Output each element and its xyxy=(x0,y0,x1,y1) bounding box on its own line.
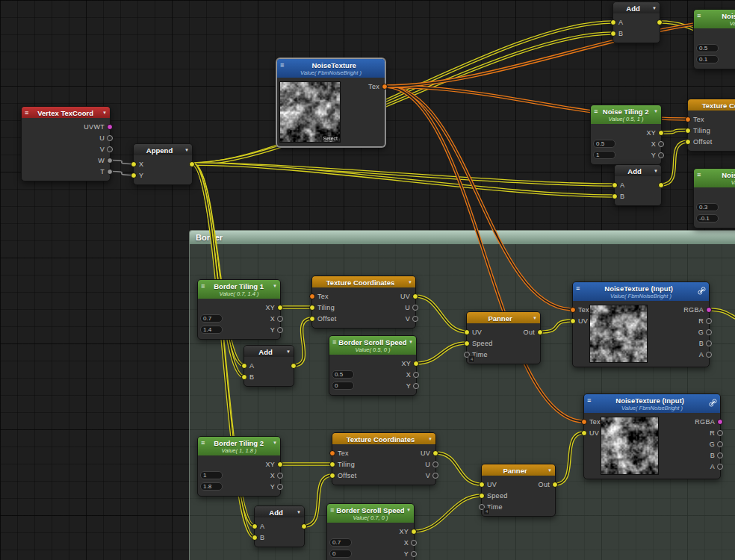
chevron-down-icon[interactable]: ▼ xyxy=(184,148,189,152)
node-header[interactable]: ≡Noise Tiling 2▼Value( 0.5, 1 ) xyxy=(591,105,661,124)
chevron-down-icon[interactable]: ▼ xyxy=(273,284,277,288)
link-icon[interactable] xyxy=(698,284,706,293)
node-header[interactable]: ≡NoiseTextureValue( FbmNoiseBright ) xyxy=(277,59,385,78)
menu-icon[interactable]: ≡ xyxy=(587,397,591,404)
port-dot-UV[interactable] xyxy=(570,318,576,324)
port-dot-A[interactable] xyxy=(706,352,712,358)
port-dot-V[interactable] xyxy=(432,473,438,479)
port-dot-Y[interactable] xyxy=(658,152,664,158)
value-field[interactable]: 0 xyxy=(332,382,354,390)
node-append[interactable]: Append▼XY xyxy=(133,143,193,185)
port-dot-XY[interactable] xyxy=(277,305,283,311)
node-add-b1[interactable]: Add▼AB xyxy=(244,345,294,387)
chevron-down-icon[interactable]: ▼ xyxy=(406,508,411,512)
chevron-down-icon[interactable]: ▼ xyxy=(102,111,107,115)
port-dot-T[interactable] xyxy=(107,169,113,175)
value-field[interactable]: 1 xyxy=(200,471,223,479)
port-dot-Tiling[interactable] xyxy=(329,461,335,467)
port-dot-out[interactable] xyxy=(291,363,297,369)
port-dot-Offset[interactable] xyxy=(309,316,315,322)
value-field[interactable]: 0.5 xyxy=(332,370,354,379)
chevron-down-icon[interactable]: ▼ xyxy=(297,510,301,514)
value-field[interactable]: 0.5 xyxy=(696,44,719,52)
port-dot-B[interactable] xyxy=(612,193,618,199)
port-dot-B[interactable] xyxy=(610,31,616,37)
port-dot-B[interactable] xyxy=(717,452,723,458)
port-dot-Tex[interactable] xyxy=(309,293,315,299)
port-dot-Tex[interactable] xyxy=(685,116,691,122)
chevron-down-icon[interactable]: ▼ xyxy=(548,468,552,473)
node-nt-input-2[interactable]: ≡NoiseTexture (Input)Value( FbmNoiseBrig… xyxy=(583,393,721,479)
port-dot-RGBA[interactable] xyxy=(717,419,723,425)
menu-icon[interactable]: ≡ xyxy=(697,172,701,178)
port-dot-Tiling[interactable] xyxy=(309,305,315,311)
node-add-mid[interactable]: Add▼AB xyxy=(614,164,662,206)
port-dot-Speed[interactable] xyxy=(464,340,470,346)
menu-icon[interactable]: ≡ xyxy=(697,13,701,19)
port-dot-W[interactable] xyxy=(107,158,113,164)
port-dot-R[interactable] xyxy=(706,318,712,324)
port-dot-G[interactable] xyxy=(717,441,723,447)
node-border-scroll-2[interactable]: ≡Border Scroll Speed 2▼Value( 0.7, 0 )0.… xyxy=(326,503,415,560)
menu-icon[interactable]: ≡ xyxy=(201,283,205,290)
port-dot-UVWT[interactable] xyxy=(107,124,113,130)
node-header[interactable]: Panner▼ xyxy=(482,464,555,476)
value-field[interactable]: 0.3 xyxy=(696,203,719,211)
port-dot-A[interactable] xyxy=(610,19,616,25)
port-dot-Speed[interactable] xyxy=(479,493,485,499)
node-header[interactable]: Texture Coordinates▼ xyxy=(312,276,415,287)
node-header[interactable]: ≡Border Tiling 2▼Value( 1, 1.8 ) xyxy=(198,437,280,455)
value-field[interactable]: 0.5 xyxy=(593,140,615,148)
port-dot-A[interactable] xyxy=(717,464,723,470)
chevron-down-icon[interactable]: ▼ xyxy=(654,169,658,173)
node-header[interactable]: ≡Border Scroll Speed 2▼Value( 0.7, 0 ) xyxy=(327,504,414,523)
node-nt-input-1[interactable]: ≡NoiseTexture (Input)Value( FbmNoiseBrig… xyxy=(572,281,710,367)
value-field[interactable]: -0.1 xyxy=(696,214,719,223)
port-dot-B[interactable] xyxy=(252,535,258,541)
port-dot-Out[interactable] xyxy=(537,329,543,335)
node-header[interactable]: ≡Border Scroll Speed 1▼Value( 0.5, 0 ) xyxy=(329,336,416,355)
port-dot-UV[interactable] xyxy=(464,329,470,335)
value-field[interactable]: 1.4 xyxy=(200,326,223,334)
port-dot-Offset[interactable] xyxy=(685,139,691,145)
port-dot-Tiling[interactable] xyxy=(685,128,691,134)
port-dot-X[interactable] xyxy=(131,161,137,167)
port-dot-Y[interactable] xyxy=(411,551,417,557)
node-header[interactable]: Add▼ xyxy=(244,346,294,357)
chevron-down-icon[interactable]: ▼ xyxy=(652,6,657,10)
port-dot-U[interactable] xyxy=(107,135,113,141)
node-header[interactable]: ≡NoiseTexture (Input)Value( FbmNoiseBrig… xyxy=(584,394,720,413)
node-border-tiling-2[interactable]: ≡Border Tiling 2▼Value( 1, 1.8 )11.8XYXY xyxy=(197,436,281,497)
port-dot-out[interactable] xyxy=(657,19,663,25)
port-dot-UV[interactable] xyxy=(432,450,438,456)
port-dot-Tex[interactable] xyxy=(329,450,335,456)
node-texcoords-right[interactable]: Texture Coordinates▼TexTilingOffsetUVUV xyxy=(687,99,735,152)
port-dot-Y[interactable] xyxy=(277,327,283,333)
port-dot-V[interactable] xyxy=(412,316,418,322)
port-dot-UV[interactable] xyxy=(479,482,485,488)
port-dot-Y[interactable] xyxy=(131,172,137,178)
node-header[interactable]: Add▼ xyxy=(615,165,661,176)
port-dot-Tex[interactable] xyxy=(570,307,576,313)
value-field[interactable]: 0 xyxy=(329,550,352,558)
node-noise-s-top[interactable]: ≡Noise S▼Valu0.50.1XYXY xyxy=(693,9,735,69)
node-add-top[interactable]: Add▼AB xyxy=(612,1,660,43)
port-dot-out[interactable] xyxy=(301,523,307,529)
node-header[interactable]: Append▼ xyxy=(134,144,192,155)
port-dot-XY[interactable] xyxy=(277,461,283,467)
chevron-down-icon[interactable]: ▼ xyxy=(273,441,277,445)
node-header[interactable]: Add▼ xyxy=(255,506,304,517)
port-dot-X[interactable] xyxy=(413,372,419,378)
node-panner-1[interactable]: Panner▼UVSpeedTimeOut4 xyxy=(466,311,541,364)
node-canvas[interactable]: Border ≡Vertex TexCoord▼UVWTUVWTAppend▼X… xyxy=(0,0,735,560)
node-texcoords-1[interactable]: Texture Coordinates▼TexTilingOffsetUVUV xyxy=(311,276,416,329)
port-dot-A[interactable] xyxy=(252,523,258,529)
menu-icon[interactable]: ≡ xyxy=(594,108,598,115)
menu-icon[interactable]: ≡ xyxy=(201,440,205,447)
node-add-b2[interactable]: Add▼AB xyxy=(254,505,305,547)
select-texture-button[interactable]: Select xyxy=(322,136,339,141)
port-dot-Y[interactable] xyxy=(413,383,419,389)
node-header[interactable]: Texture Coordinates▼ xyxy=(332,433,435,444)
port-dot-UV[interactable] xyxy=(412,293,418,299)
menu-icon[interactable]: ≡ xyxy=(332,339,336,346)
